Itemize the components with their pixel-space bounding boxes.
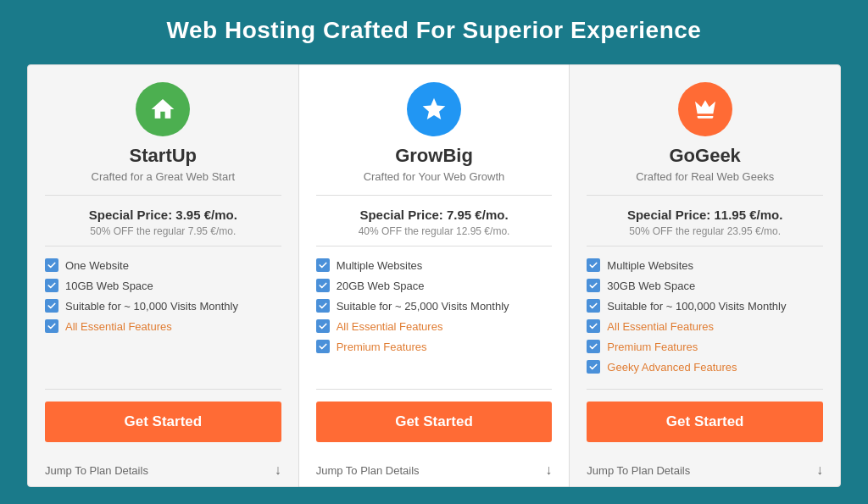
feature-item: All Essential Features xyxy=(316,319,553,333)
check-icon xyxy=(316,319,330,333)
plan-card-startup: StartUpCrafted for a Great Web StartSpec… xyxy=(27,64,299,487)
feature-item: 30GB Web Space xyxy=(587,279,823,292)
get-started-button-gogeek[interactable]: Get Started xyxy=(587,402,823,442)
plan-name-gogeek: GoGeek xyxy=(587,145,823,167)
feature-text: Suitable for ~ 25,000 Visits Monthly xyxy=(337,300,509,313)
plan-regular-price-startup: 50% OFF the regular 7.95 €/mo. xyxy=(45,225,281,237)
plan-special-price-gogeek: Special Price: 11.95 €/mo. xyxy=(587,208,823,222)
plan-regular-price-growbig: 40% OFF the regular 12.95 €/mo. xyxy=(316,225,553,237)
feature-text: 10GB Web Space xyxy=(65,280,153,292)
feature-link[interactable]: All Essential Features xyxy=(65,320,172,333)
feature-item: Multiple Websites xyxy=(316,258,553,272)
feature-link[interactable]: All Essential Features xyxy=(607,320,714,333)
feature-text: 30GB Web Space xyxy=(607,280,695,292)
plan-regular-price-gogeek: 50% OFF the regular 23.95 €/mo. xyxy=(587,225,823,237)
plan-card-growbig: GrowBigCrafted for Your Web GrowthSpecia… xyxy=(299,64,570,487)
feature-link[interactable]: All Essential Features xyxy=(337,320,443,333)
plan-tagline-gogeek: Crafted for Real Web Geeks xyxy=(587,170,823,183)
check-icon xyxy=(45,258,58,272)
check-icon xyxy=(587,279,600,292)
feature-text: Suitable for ~ 10,000 Visits Monthly xyxy=(65,300,238,313)
feature-text: 20GB Web Space xyxy=(337,280,425,292)
feature-link[interactable]: Geeky Advanced Features xyxy=(607,361,737,374)
feature-item: Suitable for ~ 25,000 Visits Monthly xyxy=(316,299,553,313)
feature-item: Suitable for ~ 100,000 Visits Monthly xyxy=(587,299,823,313)
feature-item: 20GB Web Space xyxy=(316,279,553,292)
check-icon xyxy=(587,299,600,313)
check-icon xyxy=(587,340,600,353)
feature-text: Suitable for ~ 100,000 Visits Monthly xyxy=(607,300,786,313)
check-icon xyxy=(45,319,58,333)
check-icon xyxy=(316,279,330,292)
plan-icon-gogeek xyxy=(678,82,732,136)
plan-icon-growbig xyxy=(407,82,461,136)
jump-to-plan-startup[interactable]: Jump To Plan Details↓ xyxy=(45,454,281,486)
feature-text: Multiple Websites xyxy=(337,259,423,272)
plan-icon-startup xyxy=(136,82,190,136)
check-icon xyxy=(45,299,58,313)
jump-to-plan-label: Jump To Plan Details xyxy=(587,464,690,477)
page-title: Web Hosting Crafted For Superior Experie… xyxy=(167,17,702,44)
feature-text: One Website xyxy=(65,259,129,272)
feature-item: Premium Features xyxy=(316,340,553,353)
jump-down-icon: ↓ xyxy=(816,462,823,478)
feature-item: Geeky Advanced Features xyxy=(587,360,823,374)
feature-item: Multiple Websites xyxy=(587,258,823,272)
feature-item: Suitable for ~ 10,000 Visits Monthly xyxy=(45,299,281,313)
jump-to-plan-growbig[interactable]: Jump To Plan Details↓ xyxy=(316,454,553,486)
feature-item: All Essential Features xyxy=(45,319,281,333)
plan-name-growbig: GrowBig xyxy=(316,145,553,167)
plan-name-startup: StartUp xyxy=(45,145,281,167)
plan-tagline-startup: Crafted for a Great Web Start xyxy=(45,170,281,183)
feature-link[interactable]: Premium Features xyxy=(337,341,427,353)
check-icon xyxy=(587,360,600,374)
check-icon xyxy=(587,258,600,272)
feature-link[interactable]: Premium Features xyxy=(607,341,698,353)
jump-down-icon: ↓ xyxy=(275,462,281,478)
jump-to-plan-gogeek[interactable]: Jump To Plan Details↓ xyxy=(587,454,823,486)
get-started-button-growbig[interactable]: Get Started xyxy=(316,402,553,442)
check-icon xyxy=(587,319,600,333)
plan-card-gogeek: GoGeekCrafted for Real Web GeeksSpecial … xyxy=(569,64,841,487)
plan-features-startup: One Website10GB Web SpaceSuitable for ~ … xyxy=(45,246,281,390)
jump-to-plan-label: Jump To Plan Details xyxy=(316,464,420,477)
plan-header-gogeek: GoGeekCrafted for Real Web Geeks xyxy=(587,82,823,196)
feature-item: One Website xyxy=(45,258,281,272)
plan-header-growbig: GrowBigCrafted for Your Web Growth xyxy=(316,82,553,196)
feature-item: All Essential Features xyxy=(587,319,823,333)
plan-header-startup: StartUpCrafted for a Great Web Start xyxy=(45,82,281,196)
check-icon xyxy=(316,340,330,353)
plan-pricing-startup: Special Price: 3.95 €/mo.50% OFF the reg… xyxy=(45,196,281,246)
plan-tagline-growbig: Crafted for Your Web Growth xyxy=(316,170,553,183)
feature-text: Multiple Websites xyxy=(607,259,693,272)
plan-features-growbig: Multiple Websites20GB Web SpaceSuitable … xyxy=(316,246,553,390)
feature-item: Premium Features xyxy=(587,340,823,353)
jump-down-icon: ↓ xyxy=(545,462,552,478)
plan-special-price-growbig: Special Price: 7.95 €/mo. xyxy=(316,208,553,222)
feature-item: 10GB Web Space xyxy=(45,279,281,292)
check-icon xyxy=(45,279,58,292)
plan-features-gogeek: Multiple Websites30GB Web SpaceSuitable … xyxy=(587,246,823,390)
plan-special-price-startup: Special Price: 3.95 €/mo. xyxy=(45,208,281,222)
check-icon xyxy=(316,299,330,313)
check-icon xyxy=(316,258,330,272)
jump-to-plan-label: Jump To Plan Details xyxy=(45,464,148,477)
plan-pricing-gogeek: Special Price: 11.95 €/mo.50% OFF the re… xyxy=(587,196,823,246)
plans-container: StartUpCrafted for a Great Web StartSpec… xyxy=(27,64,841,487)
plan-pricing-growbig: Special Price: 7.95 €/mo.40% OFF the reg… xyxy=(316,196,553,246)
get-started-button-startup[interactable]: Get Started xyxy=(45,402,281,442)
